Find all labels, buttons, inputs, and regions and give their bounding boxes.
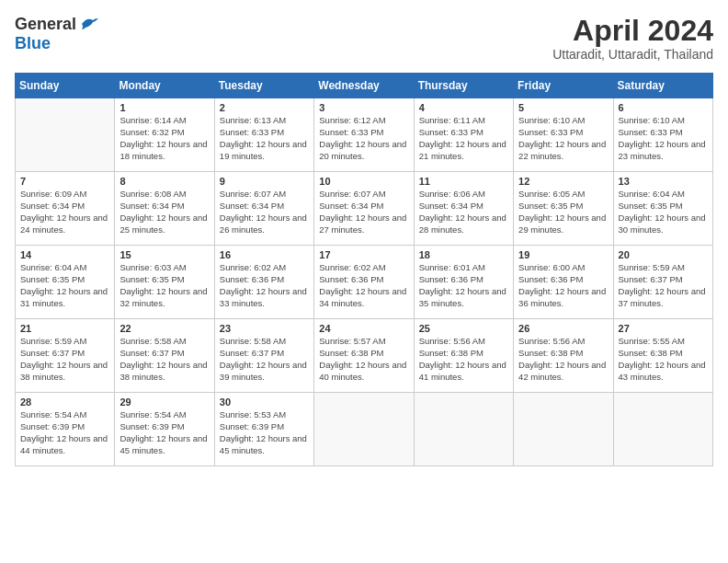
cell-info: Sunrise: 6:01 AM Sunset: 6:36 PM Dayligh… [419, 262, 508, 309]
day-number: 9 [220, 176, 309, 187]
cell-info: Sunrise: 5:55 AM Sunset: 6:38 PM Dayligh… [619, 336, 708, 383]
calendar-cell: 29Sunrise: 5:54 AM Sunset: 6:39 PM Dayli… [115, 393, 214, 466]
cell-info: Sunrise: 5:54 AM Sunset: 6:39 PM Dayligh… [20, 409, 109, 456]
calendar-cell: 11Sunrise: 6:06 AM Sunset: 6:34 PM Dayli… [414, 172, 513, 246]
cell-info: Sunrise: 6:07 AM Sunset: 6:34 PM Dayligh… [220, 189, 309, 236]
calendar-header-row: SundayMondayTuesdayWednesdayThursdayFrid… [16, 74, 713, 98]
day-number: 1 [119, 102, 209, 113]
day-header-thursday: Thursday [414, 74, 513, 98]
calendar-cell [613, 393, 712, 466]
day-number: 18 [419, 249, 508, 260]
cell-info: Sunrise: 6:12 AM Sunset: 6:33 PM Dayligh… [319, 115, 408, 162]
day-header-sunday: Sunday [16, 74, 115, 98]
calendar-week-4: 21Sunrise: 5:59 AM Sunset: 6:37 PM Dayli… [16, 319, 713, 393]
day-number: 7 [20, 176, 109, 187]
calendar-cell: 26Sunrise: 5:56 AM Sunset: 6:38 PM Dayli… [514, 319, 613, 393]
calendar-cell: 13Sunrise: 6:04 AM Sunset: 6:35 PM Dayli… [613, 172, 712, 246]
cell-info: Sunrise: 6:04 AM Sunset: 6:35 PM Dayligh… [619, 189, 708, 236]
day-number: 24 [319, 323, 408, 334]
calendar-cell: 2Sunrise: 6:13 AM Sunset: 6:33 PM Daylig… [214, 98, 313, 172]
cell-info: Sunrise: 6:10 AM Sunset: 6:33 PM Dayligh… [619, 115, 708, 162]
day-number: 25 [419, 323, 508, 334]
title-section: April 2024 Uttaradit, Uttaradit, Thailan… [552, 15, 713, 62]
logo: General Blue [15, 15, 100, 53]
cell-info: Sunrise: 5:58 AM Sunset: 6:37 PM Dayligh… [220, 336, 309, 383]
cell-info: Sunrise: 5:53 AM Sunset: 6:39 PM Dayligh… [220, 409, 309, 456]
calendar-week-5: 28Sunrise: 5:54 AM Sunset: 6:39 PM Dayli… [16, 393, 713, 466]
calendar-cell: 1Sunrise: 6:14 AM Sunset: 6:32 PM Daylig… [115, 98, 214, 172]
cell-info: Sunrise: 6:11 AM Sunset: 6:33 PM Dayligh… [419, 115, 508, 162]
cell-info: Sunrise: 5:56 AM Sunset: 6:38 PM Dayligh… [419, 336, 508, 383]
calendar-cell: 8Sunrise: 6:08 AM Sunset: 6:34 PM Daylig… [115, 172, 214, 246]
calendar-cell: 24Sunrise: 5:57 AM Sunset: 6:38 PM Dayli… [314, 319, 414, 393]
cell-info: Sunrise: 6:00 AM Sunset: 6:36 PM Dayligh… [518, 262, 608, 309]
cell-info: Sunrise: 6:10 AM Sunset: 6:33 PM Dayligh… [518, 115, 608, 162]
calendar-cell: 20Sunrise: 5:59 AM Sunset: 6:37 PM Dayli… [613, 246, 712, 319]
day-number: 14 [20, 249, 109, 260]
calendar-cell: 16Sunrise: 6:02 AM Sunset: 6:36 PM Dayli… [214, 246, 313, 319]
day-number: 30 [220, 396, 309, 408]
day-header-friday: Friday [514, 74, 613, 98]
calendar-week-2: 7Sunrise: 6:09 AM Sunset: 6:34 PM Daylig… [16, 172, 713, 246]
day-number: 27 [619, 323, 708, 334]
calendar-cell: 17Sunrise: 6:02 AM Sunset: 6:36 PM Dayli… [314, 246, 414, 319]
calendar-cell: 21Sunrise: 5:59 AM Sunset: 6:37 PM Dayli… [16, 319, 115, 393]
calendar-cell [16, 98, 115, 172]
day-number: 22 [119, 323, 209, 334]
calendar-cell: 19Sunrise: 6:00 AM Sunset: 6:36 PM Dayli… [514, 246, 613, 319]
logo-blue-text: Blue [15, 34, 51, 52]
cell-info: Sunrise: 6:04 AM Sunset: 6:35 PM Dayligh… [20, 262, 109, 309]
calendar-cell: 18Sunrise: 6:01 AM Sunset: 6:36 PM Dayli… [414, 246, 513, 319]
calendar-cell: 9Sunrise: 6:07 AM Sunset: 6:34 PM Daylig… [214, 172, 313, 246]
calendar-cell: 6Sunrise: 6:10 AM Sunset: 6:33 PM Daylig… [613, 98, 712, 172]
cell-info: Sunrise: 6:08 AM Sunset: 6:34 PM Dayligh… [119, 189, 209, 236]
cell-info: Sunrise: 5:59 AM Sunset: 6:37 PM Dayligh… [619, 262, 708, 309]
cell-info: Sunrise: 6:06 AM Sunset: 6:34 PM Dayligh… [419, 189, 508, 236]
day-number: 20 [619, 249, 708, 260]
day-number: 26 [518, 323, 608, 334]
day-header-saturday: Saturday [613, 74, 712, 98]
calendar-cell [514, 393, 613, 466]
logo-bird-icon [80, 17, 100, 33]
logo-general-text: General [15, 15, 76, 34]
calendar-cell: 4Sunrise: 6:11 AM Sunset: 6:33 PM Daylig… [414, 98, 513, 172]
day-number: 6 [619, 102, 708, 113]
calendar-cell: 10Sunrise: 6:07 AM Sunset: 6:34 PM Dayli… [314, 172, 414, 246]
calendar-cell: 15Sunrise: 6:03 AM Sunset: 6:35 PM Dayli… [115, 246, 214, 319]
cell-info: Sunrise: 5:59 AM Sunset: 6:37 PM Dayligh… [20, 336, 109, 383]
calendar-cell: 23Sunrise: 5:58 AM Sunset: 6:37 PM Dayli… [214, 319, 313, 393]
calendar-cell [314, 393, 414, 466]
cell-info: Sunrise: 5:54 AM Sunset: 6:39 PM Dayligh… [119, 409, 209, 456]
day-number: 28 [20, 396, 109, 408]
day-number: 3 [319, 102, 408, 113]
day-number: 11 [419, 176, 508, 187]
calendar-cell: 30Sunrise: 5:53 AM Sunset: 6:39 PM Dayli… [214, 393, 313, 466]
location: Uttaradit, Uttaradit, Thailand [552, 47, 713, 62]
calendar-cell: 3Sunrise: 6:12 AM Sunset: 6:33 PM Daylig… [314, 98, 414, 172]
day-number: 19 [518, 249, 608, 260]
day-number: 5 [518, 102, 608, 113]
day-number: 10 [319, 176, 408, 187]
calendar-cell [414, 393, 513, 466]
day-number: 12 [518, 176, 608, 187]
day-number: 16 [220, 249, 309, 260]
calendar-cell: 12Sunrise: 6:05 AM Sunset: 6:35 PM Dayli… [514, 172, 613, 246]
calendar-table: SundayMondayTuesdayWednesdayThursdayFrid… [15, 73, 713, 466]
calendar-cell: 27Sunrise: 5:55 AM Sunset: 6:38 PM Dayli… [613, 319, 712, 393]
cell-info: Sunrise: 6:02 AM Sunset: 6:36 PM Dayligh… [319, 262, 408, 309]
day-number: 13 [619, 176, 708, 187]
calendar-cell: 5Sunrise: 6:10 AM Sunset: 6:33 PM Daylig… [514, 98, 613, 172]
day-number: 15 [119, 249, 209, 260]
page-header: General Blue April 2024 Uttaradit, Uttar… [15, 15, 713, 62]
cell-info: Sunrise: 5:58 AM Sunset: 6:37 PM Dayligh… [119, 336, 209, 383]
cell-info: Sunrise: 6:07 AM Sunset: 6:34 PM Dayligh… [319, 189, 408, 236]
calendar-cell: 22Sunrise: 5:58 AM Sunset: 6:37 PM Dayli… [115, 319, 214, 393]
cell-info: Sunrise: 6:05 AM Sunset: 6:35 PM Dayligh… [518, 189, 608, 236]
day-number: 29 [119, 396, 209, 408]
cell-info: Sunrise: 6:02 AM Sunset: 6:36 PM Dayligh… [220, 262, 309, 309]
day-number: 4 [419, 102, 508, 113]
cell-info: Sunrise: 6:14 AM Sunset: 6:32 PM Dayligh… [119, 115, 209, 162]
cell-info: Sunrise: 6:09 AM Sunset: 6:34 PM Dayligh… [20, 189, 109, 236]
day-header-tuesday: Tuesday [214, 74, 313, 98]
day-number: 23 [220, 323, 309, 334]
